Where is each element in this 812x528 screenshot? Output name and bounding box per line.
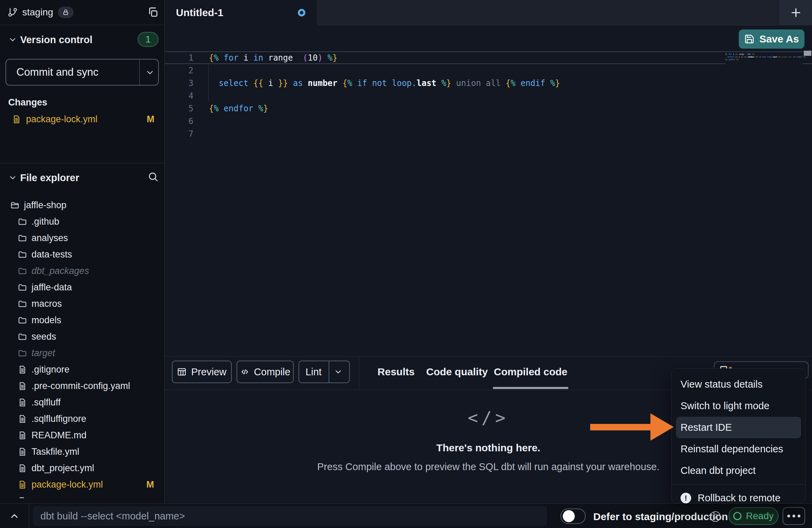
file-tree-item-seeds[interactable]: seeds bbox=[0, 328, 164, 345]
code-text: select {{ i }} as number {% if not loop.… bbox=[209, 78, 560, 88]
file-name: .github bbox=[31, 216, 59, 227]
code-token: } bbox=[555, 78, 560, 88]
editor-header: Save As bbox=[165, 25, 812, 51]
defer-toggle[interactable] bbox=[560, 508, 586, 524]
dot-icon bbox=[792, 515, 795, 517]
branch-name: staging bbox=[22, 7, 53, 18]
save-as-button[interactable]: Save As bbox=[739, 29, 804, 49]
preview-button[interactable]: Preview bbox=[172, 361, 232, 383]
code-line-3[interactable]: 3 select {{ i }} as number {% if not loo… bbox=[165, 77, 812, 89]
dot-icon bbox=[787, 515, 790, 517]
version-control-header[interactable]: Version control bbox=[8, 32, 92, 47]
ide-status-badge[interactable]: Ready bbox=[728, 507, 778, 525]
code-line-5[interactable]: 5{% endfor %} bbox=[165, 102, 812, 115]
file-name: .gitignore bbox=[31, 364, 69, 375]
code-token: } bbox=[446, 78, 451, 88]
lint-button[interactable]: Lint bbox=[299, 361, 350, 383]
file-tree-item-target[interactable]: target bbox=[0, 345, 164, 361]
ready-label: Ready bbox=[746, 511, 774, 521]
save-icon bbox=[744, 34, 754, 44]
changes-section-label: Changes bbox=[8, 97, 47, 108]
menu-item-label: View status details bbox=[681, 379, 763, 390]
file-tree-item-taskfile-yml[interactable]: Taskfile.yml bbox=[0, 443, 164, 460]
file-tree-item-package-lock-yml[interactable]: package-lock.ymlM bbox=[0, 476, 164, 493]
code-token: endif bbox=[520, 78, 545, 88]
editor-scrollbar-thumb[interactable] bbox=[804, 51, 811, 56]
file-tree-item-dbt-project-yml[interactable]: dbt_project.yml bbox=[0, 460, 164, 476]
chevron-down-icon[interactable] bbox=[8, 35, 17, 44]
code-token: not bbox=[372, 78, 387, 88]
file-tree-item-sqlfluffignore[interactable]: .sqlfluffignore bbox=[0, 411, 164, 427]
menu-item-view-status-details[interactable]: View status details bbox=[672, 374, 805, 395]
code-token: select bbox=[219, 78, 249, 88]
file-tree-item-models[interactable]: models bbox=[0, 312, 164, 328]
code-token bbox=[322, 53, 327, 63]
tab-label: Untitled-1 bbox=[176, 7, 223, 18]
code-token: % bbox=[347, 78, 352, 88]
code-line-1[interactable]: 1{% for i in range (10) %} bbox=[165, 51, 812, 64]
code-token: i bbox=[732, 53, 735, 55]
file-name: dbt_project.yml bbox=[31, 463, 94, 474]
menu-item-label: Restart IDE bbox=[681, 422, 732, 433]
toolbar-separator bbox=[359, 356, 359, 390]
file-name: data-tests bbox=[31, 249, 72, 260]
code-token bbox=[744, 53, 747, 55]
chevron-down-icon[interactable] bbox=[334, 367, 343, 376]
code-token: range bbox=[268, 53, 293, 63]
code-line-2[interactable]: 2 bbox=[165, 64, 812, 77]
menu-item-rollback-to-remote[interactable]: !Rollback to remote bbox=[672, 487, 805, 509]
ide-options-button[interactable] bbox=[783, 507, 805, 525]
code-editor[interactable]: 1{% for i in range (10) %}23 select {{ i… bbox=[165, 51, 812, 356]
chevron-up-icon[interactable] bbox=[9, 511, 20, 521]
chevron-down-icon[interactable] bbox=[145, 68, 155, 77]
panel-tab-code-quality[interactable]: Code quality bbox=[426, 356, 488, 387]
file-tree-item-partial[interactable] bbox=[0, 493, 164, 498]
file-tree-item-analyses[interactable]: analyses bbox=[0, 230, 164, 246]
panel-tab-compiled-code[interactable]: Compiled code bbox=[494, 356, 567, 387]
version-control-title: Version control bbox=[20, 34, 92, 46]
code-token: endfor bbox=[728, 59, 735, 61]
file-icon bbox=[18, 414, 27, 424]
code-token: % bbox=[550, 78, 555, 88]
file-tree-item-jaffle-data[interactable]: jaffle-data bbox=[0, 279, 164, 296]
menu-item-switch-to-light-mode[interactable]: Switch to light mode bbox=[672, 395, 805, 417]
search-icon[interactable] bbox=[148, 171, 158, 182]
file-tree-item-readme-md[interactable]: README.md bbox=[0, 427, 164, 443]
branch-bar: staging bbox=[0, 0, 164, 25]
code-token bbox=[387, 78, 392, 88]
ide-options-menu: View status detailsSwitch to light modeR… bbox=[671, 368, 806, 503]
commit-and-sync-button[interactable]: Commit and sync bbox=[5, 59, 159, 86]
line-number: 7 bbox=[165, 129, 193, 139]
menu-item-restart-ide[interactable]: Restart IDE bbox=[676, 417, 801, 438]
file-tree-item-jaffle-shop[interactable]: jaffle-shop bbox=[0, 197, 164, 213]
file-tree-item-sqlfluff[interactable]: .sqlfluff bbox=[0, 394, 164, 411]
code-line-4[interactable]: 4 bbox=[165, 89, 812, 102]
menu-divider bbox=[672, 484, 805, 485]
file-explorer-header[interactable]: File explorer bbox=[8, 170, 79, 185]
save-as-label: Save As bbox=[759, 33, 799, 45]
code-line-7[interactable]: 7 bbox=[165, 127, 812, 140]
menu-item-clean-dbt-project[interactable]: Clean dbt project bbox=[672, 460, 805, 481]
code-line-6[interactable]: 6 bbox=[165, 115, 812, 127]
copy-branch-icon[interactable] bbox=[147, 7, 159, 18]
change-item-package-lock-yml[interactable]: package-lock.ymlM bbox=[0, 112, 165, 127]
file-icon bbox=[18, 365, 27, 374]
file-tree-item-github[interactable]: .github bbox=[0, 213, 164, 230]
compile-button[interactable]: Compile bbox=[237, 361, 294, 383]
panel-tab-results[interactable]: Results bbox=[378, 356, 415, 387]
file-tree-item-macros[interactable]: macros bbox=[0, 296, 164, 312]
file-tree-item-pre-commit-config-yaml[interactable]: .pre-commit-config.yaml bbox=[0, 378, 164, 394]
commit-and-sync-label: Commit and sync bbox=[16, 66, 98, 78]
button-split-divider bbox=[329, 361, 329, 382]
help-icon[interactable]: ? bbox=[710, 511, 721, 522]
new-tab-button[interactable] bbox=[779, 0, 812, 25]
code-token: . bbox=[412, 78, 417, 88]
tab-untitled-1[interactable]: Untitled-1 bbox=[165, 0, 318, 25]
file-tree-item-gitignore[interactable]: .gitignore bbox=[0, 361, 164, 378]
file-tree-item-dbt-packages[interactable]: dbt_packages bbox=[0, 263, 164, 279]
chevron-down-icon[interactable] bbox=[8, 173, 17, 182]
file-tree-item-data-tests[interactable]: data-tests bbox=[0, 246, 164, 263]
command-input[interactable] bbox=[33, 506, 547, 526]
minimap[interactable]: {% for i in range (10) %} select {{ i }}… bbox=[725, 52, 802, 70]
menu-item-reinstall-dependencies[interactable]: Reinstall dependencies bbox=[672, 438, 805, 460]
